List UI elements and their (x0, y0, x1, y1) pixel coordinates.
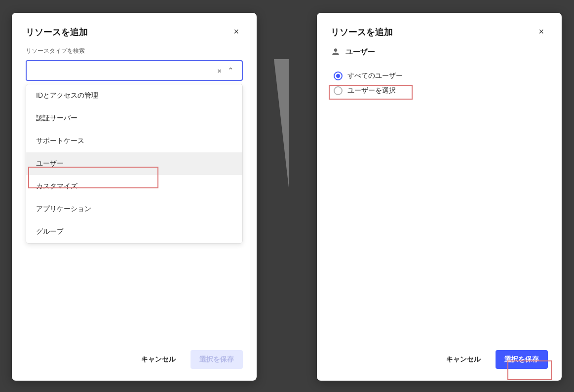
radio-label: ユーザーを選択 (347, 86, 396, 95)
dropdown-item-customize[interactable]: カスタマイズ (26, 175, 242, 198)
radio-selected-dot (336, 74, 340, 78)
clear-icon: × (217, 67, 222, 75)
dropdown-item-identity-access[interactable]: IDとアクセスの管理 (26, 84, 242, 107)
user-icon (331, 47, 341, 57)
user-scope-radio-group: すべてのユーザー ユーザーを選択 (334, 69, 548, 98)
cancel-button[interactable]: キャンセル (439, 350, 488, 369)
close-button[interactable]: × (230, 25, 243, 39)
dropdown-item-group[interactable]: グループ (26, 220, 242, 243)
toggle-dropdown-button[interactable]: ⌃ (225, 64, 237, 77)
close-button[interactable]: × (535, 25, 548, 39)
dialog-footer: キャンセル 選択を保存 (12, 340, 257, 381)
radio-icon (334, 86, 343, 95)
radio-label: すべてのユーザー (347, 71, 403, 80)
dialog-title: リソースを追加 (331, 26, 393, 38)
save-selection-button[interactable]: 選択を保存 (191, 350, 243, 369)
clear-search-button[interactable]: × (214, 65, 225, 77)
add-resource-dialog-left: リソースを追加 × リソースタイプを検索 × ⌃ IDとアクセスの管理 認証サー… (12, 13, 257, 381)
dialog-header: リソースを追加 × (317, 13, 562, 47)
radio-option-all-users[interactable]: すべてのユーザー (334, 69, 548, 83)
dialog-footer: キャンセル 選択を保存 (317, 340, 562, 381)
resource-type-search-label: リソースタイプを検索 (26, 47, 243, 55)
cancel-button[interactable]: キャンセル (134, 350, 183, 369)
radio-icon (334, 71, 343, 80)
resource-type-combobox[interactable]: × ⌃ (26, 60, 243, 81)
dialog-body: ユーザー すべてのユーザー ユーザーを選択 (317, 47, 562, 340)
resource-type-dropdown: IDとアクセスの管理 認証サーバー サポートケース ユーザー カスタマイズ アプ… (26, 84, 243, 244)
dialog-title: リソースを追加 (26, 26, 88, 38)
step-divider-arrow (274, 59, 289, 187)
dropdown-item-support-case[interactable]: サポートケース (26, 130, 242, 152)
save-selection-button[interactable]: 選択を保存 (496, 350, 548, 369)
close-icon: × (538, 27, 544, 36)
radio-option-select-users[interactable]: ユーザーを選択 (334, 83, 548, 98)
resource-type-search-input[interactable] (32, 67, 214, 74)
close-icon: × (233, 27, 239, 36)
dropdown-item-auth-server[interactable]: 認証サーバー (26, 107, 242, 130)
resource-type-header: ユーザー (331, 47, 548, 57)
dialog-body: リソースタイプを検索 × ⌃ IDとアクセスの管理 認証サーバー サポートケース… (12, 47, 257, 340)
dropdown-item-user[interactable]: ユーザー (26, 152, 242, 175)
dropdown-item-application[interactable]: アプリケーション (26, 198, 242, 220)
add-resource-dialog-right: リソースを追加 × ユーザー すべてのユーザー ユーザーを選択 キャンセル (317, 13, 562, 381)
dialog-header: リソースを追加 × (12, 13, 257, 47)
resource-type-label: ユーザー (345, 47, 375, 57)
chevron-up-icon: ⌃ (228, 66, 234, 74)
